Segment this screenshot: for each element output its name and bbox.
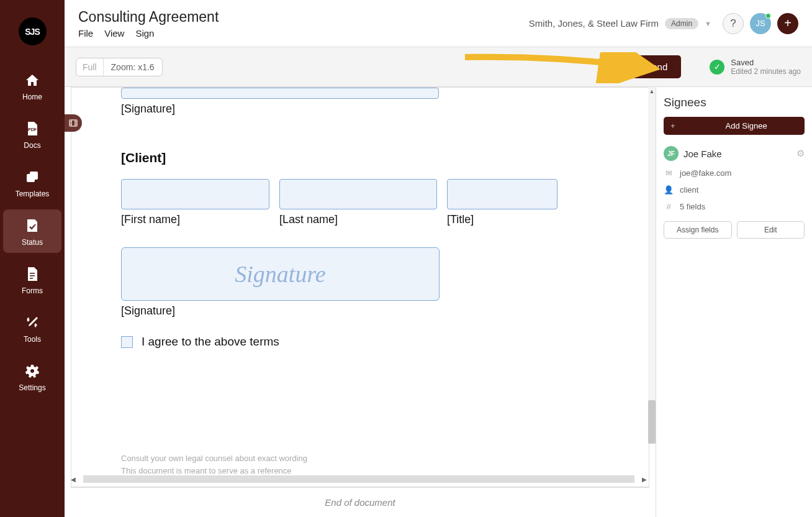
sidebar-item-home[interactable]: Home (3, 64, 61, 108)
svg-rect-4 (30, 275, 35, 277)
document-page: [Signature] [Client] [First name] [Last … (71, 87, 649, 487)
sidebar-item-label: Templates (16, 190, 50, 198)
signee-avatar: JF (664, 146, 679, 161)
plus-icon: + (668, 121, 678, 130)
agree-checkbox[interactable] (121, 336, 133, 348)
svg-rect-7 (70, 120, 77, 126)
settings-icon (25, 362, 39, 380)
user-avatar[interactable]: JS (750, 13, 771, 34)
signee-email: joe@fake.com (680, 168, 731, 178)
svg-rect-5 (30, 278, 33, 279)
check-icon: ✓ (710, 60, 724, 75)
first-name-field[interactable] (121, 179, 269, 209)
help-button[interactable]: ? (723, 13, 744, 34)
zoom-full[interactable]: Full (76, 58, 104, 76)
svg-rect-2 (30, 172, 38, 180)
scrollbar-thumb[interactable] (648, 400, 656, 444)
toolbar: Full Zoom: x1.6 Send ✓ Saved Edited 2 mi… (65, 47, 812, 87)
forms-icon (26, 265, 38, 283)
field-label-signature: [Signature] (121, 103, 599, 116)
sidebar-item-tools[interactable]: Tools (3, 306, 61, 350)
edit-signee-button[interactable]: Edit (737, 221, 805, 239)
email-icon: ✉ (664, 168, 674, 178)
drawer-toggle[interactable] (65, 114, 82, 132)
add-button[interactable]: + (777, 13, 798, 34)
sidebar-item-label: Tools (24, 335, 41, 344)
scroll-up-icon[interactable]: ▲ (648, 87, 656, 96)
firm-name: Smith, Jones, & Steel Law Firm (529, 18, 659, 29)
vertical-scrollbar[interactable]: ▲ (648, 87, 656, 444)
sidebar: SJS Home PDF Docs Templates Status Forms… (0, 0, 65, 517)
menu-file[interactable]: File (78, 28, 93, 39)
sidebar-item-settings[interactable]: Settings (3, 355, 61, 398)
gear-icon[interactable]: ⚙ (796, 148, 805, 159)
end-of-document: End of document (71, 487, 649, 517)
document-title: Consulting Agreement (78, 9, 219, 25)
section-heading-client: [Client] (121, 150, 599, 165)
status-subtitle: Edited 2 minutes ago (731, 67, 801, 76)
film-icon (69, 119, 78, 127)
scroll-left-icon[interactable]: ◀ (71, 476, 76, 483)
status-icon (25, 217, 40, 234)
presence-dot (765, 13, 771, 19)
scrollbar-track[interactable] (83, 475, 634, 483)
signees-panel: Signees + Add Signee JF Joe Fake ⚙ ✉joe@… (656, 87, 812, 517)
sidebar-item-label: Home (22, 93, 42, 101)
add-signee-button[interactable]: + Add Signee (664, 117, 805, 135)
last-name-field[interactable] (279, 179, 437, 209)
sidebar-item-label: Docs (24, 141, 40, 150)
field-label-title: [Title] (447, 213, 557, 226)
person-icon: 👤 (664, 185, 674, 194)
signee-role: client (680, 185, 698, 194)
signee-name: Joe Fake (683, 149, 792, 159)
field-label-firstname: [First name] (121, 213, 269, 226)
assign-fields-button[interactable]: Assign fields (664, 221, 732, 239)
menu-view[interactable]: View (104, 28, 124, 39)
header: Consulting Agreement File View Sign Smit… (65, 0, 812, 47)
pdf-icon: PDF (26, 120, 38, 137)
templates-icon (25, 168, 40, 186)
zoom-level[interactable]: Zoom: x1.6 (104, 58, 162, 76)
title-field[interactable] (447, 179, 557, 209)
tools-icon (25, 314, 40, 331)
scroll-right-icon[interactable]: ▶ (642, 476, 647, 483)
send-button[interactable]: Send (632, 55, 681, 78)
zoom-control[interactable]: Full Zoom: x1.6 (76, 58, 163, 76)
field-label-signature2: [Signature] (121, 304, 599, 318)
app-logo[interactable]: SJS (19, 17, 47, 45)
sidebar-item-status[interactable]: Status (3, 209, 61, 253)
chevron-down-icon[interactable]: ▼ (705, 20, 711, 27)
home-icon (25, 71, 40, 89)
agree-text: I agree to the above terms (142, 335, 279, 349)
sidebar-item-label: Status (22, 238, 43, 247)
signature-field-top[interactable] (121, 88, 439, 99)
svg-point-6 (30, 369, 34, 373)
document-viewport: [Signature] [Client] [First name] [Last … (65, 87, 656, 517)
signee-fields: 5 fields (680, 202, 705, 211)
sidebar-item-label: Settings (19, 383, 45, 392)
admin-badge: Admin (665, 18, 698, 29)
svg-rect-3 (30, 273, 35, 274)
panel-title: Signees (664, 96, 805, 109)
status-title: Saved (731, 58, 801, 67)
horizontal-scrollbar[interactable]: ◀ ▶ (71, 475, 647, 483)
sidebar-item-docs[interactable]: PDF Docs (3, 112, 61, 156)
sidebar-item-forms[interactable]: Forms (3, 258, 61, 301)
hash-icon: # (664, 202, 674, 211)
signature-field[interactable]: Signature (121, 247, 440, 301)
signee-card: JF Joe Fake ⚙ ✉joe@fake.com 👤client #5 f… (664, 146, 805, 239)
menu-sign[interactable]: Sign (135, 28, 154, 39)
sidebar-item-label: Forms (22, 286, 43, 295)
field-label-lastname: [Last name] (279, 213, 437, 226)
svg-text:PDF: PDF (28, 127, 37, 132)
sidebar-item-templates[interactable]: Templates (3, 161, 61, 204)
footer-disclaimer: Consult your own legal counsel about exa… (121, 452, 307, 477)
